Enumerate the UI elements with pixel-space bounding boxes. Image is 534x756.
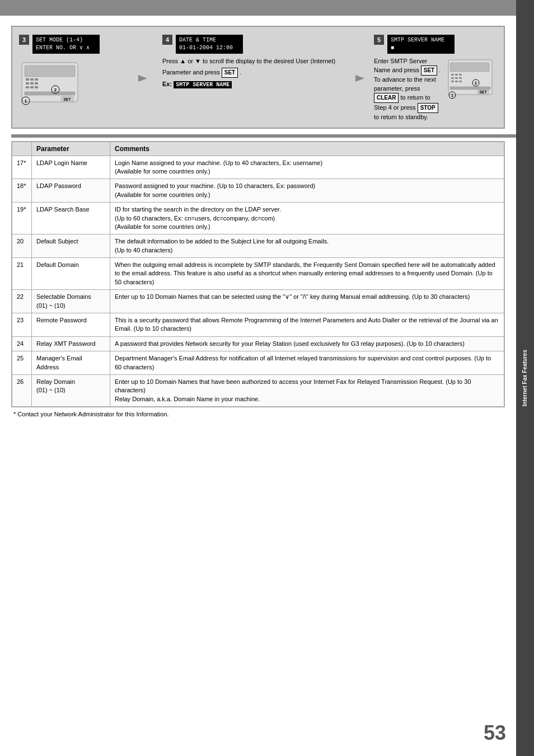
svg-rect-2 (26, 78, 29, 81)
svg-text:1: 1 (25, 98, 27, 104)
step-4-header: 4 DATE & TIME 01-01-2004 12:00 (162, 35, 343, 54)
row-param-4: Default Domain (32, 258, 110, 290)
arrow-2 (353, 71, 369, 86)
row-comment-4: When the outgoing email address is incom… (110, 258, 504, 290)
step-5-number: 5 (374, 35, 384, 45)
step-4-instruction2: Parameter and press SET . (162, 68, 343, 78)
row-comment-1: Password assigned to your machine. (Up t… (110, 179, 504, 203)
row-param-1: LDAP Password (32, 179, 110, 203)
table-head: Parameter Comments (12, 142, 504, 156)
row-param-0: LDAP Login Name (32, 156, 110, 179)
svg-marker-19 (355, 75, 364, 82)
step-5-body: Enter SMTP Server Name and press SET . T… (374, 57, 443, 122)
svg-rect-9 (30, 86, 34, 88)
row-param-3: Default Subject (32, 234, 110, 258)
row-param-7: Relay XMT Password (32, 336, 110, 351)
step-3-block: 3 SET MODE (1-4) ENTER NO. OR ∨ ∧ (19, 35, 131, 109)
row-comment-9: Enter up to 10 Domain Names that have be… (110, 374, 504, 406)
step-4-display: DATE & TIME 01-01-2004 12:00 (176, 35, 243, 54)
step-5-display-line1: SMTP SERVER NAME (391, 36, 451, 44)
step-4-example: Ex: SMTP SERVER NAME (162, 80, 343, 89)
svg-text:SET: SET (479, 90, 487, 94)
set-box-4: SET (222, 68, 238, 78)
svg-rect-25 (451, 77, 454, 79)
row-num-1: 18* (12, 179, 32, 203)
row-comment-0: Login Name assigned to your machine. (Up… (110, 156, 504, 179)
svg-rect-10 (35, 86, 38, 88)
svg-rect-1 (25, 65, 75, 77)
step-4-instruction1: Press ▲ or ▼ to scroll the display to th… (162, 57, 343, 65)
svg-rect-4 (35, 78, 38, 81)
main-content: 3 SET MODE (1-4) ENTER NO. OR ∨ ∧ (0, 16, 516, 423)
svg-rect-29 (455, 81, 458, 82)
row-param-9: Relay Domain(01) ~ (10) (32, 374, 110, 406)
stop-box-5: STOP (418, 103, 438, 113)
col-param-header: Parameter (32, 142, 110, 156)
row-param-8: Manager's Email Address (32, 351, 110, 375)
step-4-number: 4 (162, 35, 172, 45)
step-4-display-line2: 01-01-2004 12:00 (179, 44, 240, 52)
arrow-1 (135, 71, 152, 86)
set-box-5: SET (421, 65, 437, 76)
row-param-5: Selectable Domains(01) ~ (10) (32, 290, 110, 313)
example-label: Ex: (162, 81, 172, 87)
row-comment-6: This is a security password that allows … (110, 313, 504, 337)
step-5-display-line2: ■ (391, 44, 451, 52)
step-3-display: SET MODE (1-4) ENTER NO. OR ∨ ∧ (32, 35, 100, 54)
row-num-5: 22 (12, 290, 32, 313)
table-row: 21Default DomainWhen the outgoing email … (12, 258, 504, 290)
col-num-header (12, 142, 32, 156)
step-4-body: Press ▲ or ▼ to scroll the display to th… (162, 57, 343, 89)
page-number: 53 (484, 721, 506, 745)
svg-rect-28 (451, 81, 454, 82)
svg-rect-3 (30, 78, 34, 81)
svg-rect-5 (26, 82, 29, 84)
svg-text:SET: SET (63, 97, 71, 101)
parameter-table: Parameter Comments 17*LDAP Login NameLog… (11, 141, 505, 408)
svg-rect-30 (459, 81, 462, 82)
table-header-row: Parameter Comments (12, 142, 504, 156)
step-5-layout: Enter SMTP Server Name and press SET . T… (374, 57, 497, 122)
row-num-2: 19* (12, 203, 32, 234)
sep-bar (11, 134, 527, 138)
step-3-header: 3 SET MODE (1-4) ENTER NO. OR ∨ ∧ (19, 35, 131, 54)
row-num-7: 24 (12, 336, 32, 351)
table-row: 20Default SubjectThe default information… (12, 234, 504, 258)
col-comments-header: Comments (110, 142, 504, 156)
svg-text:1: 1 (451, 93, 453, 97)
sidebar-label: Internet Fax Features (522, 350, 528, 406)
row-param-2: LDAP Search Base (32, 203, 110, 234)
right-sidebar: Internet Fax Features (516, 0, 534, 756)
svg-rect-23 (455, 74, 458, 76)
top-bar (0, 0, 516, 16)
row-param-6: Remote Password (32, 313, 110, 337)
svg-rect-7 (35, 82, 38, 84)
svg-rect-6 (30, 82, 34, 84)
step-5-header: 5 SMTP SERVER NAME ■ (374, 35, 497, 54)
svg-rect-24 (459, 74, 462, 76)
svg-rect-22 (451, 74, 454, 76)
row-comment-2: ID for starting the search in the direct… (110, 203, 504, 234)
svg-rect-21 (450, 63, 489, 72)
svg-rect-8 (26, 86, 29, 88)
steps-inner: 3 SET MODE (1-4) ENTER NO. OR ∨ ∧ (19, 35, 497, 122)
table-row: 17*LDAP Login NameLogin Name assigned to… (12, 156, 504, 179)
table-row: 18*LDAP PasswordPassword assigned to you… (12, 179, 504, 203)
row-num-9: 26 (12, 374, 32, 406)
fax-diagram-3: 1 SET 2 (19, 57, 131, 109)
row-num-6: 23 (12, 313, 32, 337)
table-row: 25Manager's Email AddressDepartment Mana… (12, 351, 504, 375)
clear-box-5: CLEAR (374, 93, 399, 103)
footnote: * Contact your Network Administrator for… (11, 411, 505, 417)
fax-svg-5: 1 SET 2 (447, 57, 497, 99)
step-5-instruction: Enter SMTP Server Name and press SET . T… (374, 57, 443, 122)
step-3-number: 3 (19, 35, 29, 45)
step-3-display-line1: SET MODE (1-4) (36, 36, 96, 44)
row-num-8: 25 (12, 351, 32, 375)
table-body: 17*LDAP Login NameLogin Name assigned to… (12, 156, 504, 407)
svg-marker-18 (138, 75, 147, 82)
smtp-highlight: SMTP SERVER NAME (174, 81, 232, 88)
step-3-display-line2: ENTER NO. OR ∨ ∧ (36, 44, 96, 52)
table-row: 26Relay Domain(01) ~ (10)Enter up to 10 … (12, 374, 504, 406)
table-row: 19*LDAP Search BaseID for starting the s… (12, 203, 504, 234)
